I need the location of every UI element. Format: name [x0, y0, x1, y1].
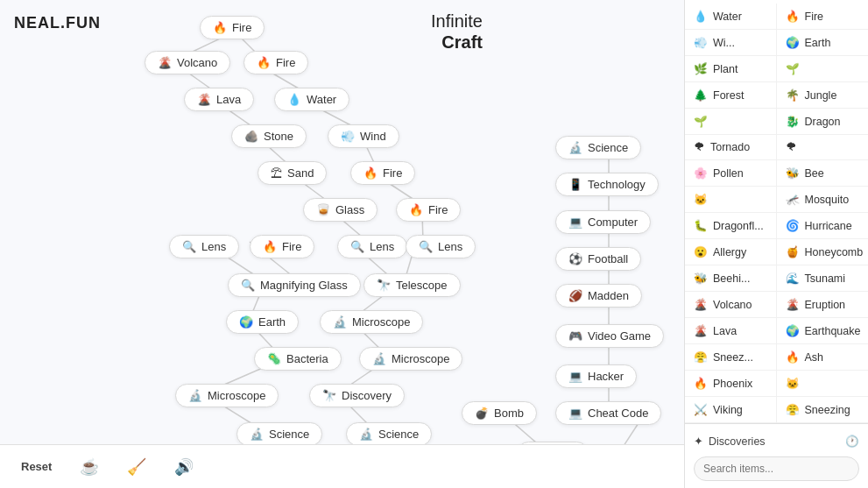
- sidebar-item[interactable]: 🔥Ash: [777, 344, 869, 371]
- craft-node-technology2[interactable]: 📱Technology: [555, 173, 659, 196]
- sidebar-item[interactable]: 🌸Pollen: [685, 160, 777, 187]
- craft-node-stone[interactable]: 🪨Stone: [231, 124, 307, 148]
- sidebar-item[interactable]: 🐝Bee: [777, 160, 869, 187]
- craft-node-fire3[interactable]: 🔥Fire: [350, 161, 415, 185]
- sidebar-emoji: 🌴: [786, 88, 800, 102]
- sidebar-emoji: 🌸: [694, 166, 708, 180]
- craft-area[interactable]: NEAL.FUN Infinite Craft: [0, 0, 684, 488]
- craft-node-sand[interactable]: ⛱Sand: [258, 161, 327, 185]
- node-emoji: 🎮: [568, 329, 582, 343]
- sidebar-item[interactable]: 😮Allergy: [685, 239, 777, 265]
- sidebar-items-list[interactable]: 💧Water🔥Fire💨Wi...🌍Earth🌿Plant🌱🌲Forest🌴Ju…: [685, 0, 868, 423]
- node-emoji: 🌋: [158, 56, 172, 69]
- sidebar-item[interactable]: 💧Water: [685, 4, 777, 30]
- sidebar-item[interactable]: 😤Sneezing: [777, 397, 869, 423]
- node-emoji: 🔍: [419, 240, 433, 253]
- craft-node-cheat_code[interactable]: 💻Cheat Code: [555, 401, 661, 425]
- craft-node-science2[interactable]: 🔬Science: [346, 422, 432, 446]
- sidebar-emoji: 💧: [694, 10, 708, 23]
- craft-node-wind[interactable]: 💨Wind: [328, 124, 399, 148]
- sidebar-item[interactable]: 🍯Honeycomb: [777, 239, 869, 265]
- sound-button[interactable]: 🔊: [167, 454, 201, 480]
- node-emoji: 💨: [341, 130, 355, 143]
- sidebar-item[interactable]: 🌀Hurricane: [777, 213, 869, 239]
- sidebar-item[interactable]: 🌲Forest: [685, 82, 777, 109]
- craft-node-magnifying_glass[interactable]: 🔍Magnifying Glass: [228, 273, 361, 297]
- node-label: Video Game: [588, 329, 651, 343]
- sidebar-item[interactable]: 🌪Tornado: [685, 135, 777, 160]
- craft-node-microscope3[interactable]: 🔬Microscope: [175, 384, 279, 407]
- sidebar-label: Dragonfl...: [713, 220, 764, 232]
- craft-node-telescope[interactable]: 🔭Telescope: [363, 273, 461, 297]
- craft-node-video_game[interactable]: 🎮Video Game: [555, 324, 664, 348]
- craft-node-science3[interactable]: 🔬Science: [555, 136, 641, 159]
- craft-node-science1[interactable]: 🔬Science: [236, 422, 322, 446]
- sidebar-label: Tornado: [710, 141, 750, 153]
- node-emoji: 🔥: [409, 203, 423, 216]
- craft-node-microscope2[interactable]: 🔬Microscope: [359, 347, 462, 371]
- sidebar-label: Jungle: [805, 89, 837, 102]
- sidebar-emoji: 🌊: [786, 272, 800, 285]
- sidebar-item[interactable]: 🌴Jungle: [777, 82, 869, 109]
- sidebar-item[interactable]: 🐝Beehi...: [685, 265, 777, 292]
- sidebar-item[interactable]: 🌍Earth: [777, 30, 869, 56]
- sidebar-item[interactable]: 💨Wi...: [685, 30, 777, 56]
- craft-node-lens2[interactable]: 🔍Lens: [337, 235, 407, 258]
- node-label: Volcano: [177, 56, 217, 69]
- coffee-button[interactable]: ☕: [73, 454, 106, 480]
- craft-node-bacteria[interactable]: 🦠Bacteria: [254, 347, 342, 371]
- craft-node-lens3[interactable]: 🔍Lens: [406, 235, 476, 258]
- sidebar-emoji: 🌿: [694, 62, 708, 75]
- craft-node-lava[interactable]: 🌋Lava: [184, 88, 254, 111]
- sidebar-item[interactable]: 🌊Tsunami: [777, 265, 869, 292]
- craft-node-fire4[interactable]: 🔥Fire: [396, 198, 461, 222]
- sidebar-item[interactable]: 🌍Earthquake: [777, 318, 869, 344]
- sidebar-item[interactable]: 🐱: [777, 371, 869, 397]
- craft-node-fire1[interactable]: 🔥Fire: [200, 16, 265, 39]
- sidebar-item[interactable]: 🔥Phoenix: [685, 371, 777, 397]
- craft-node-volcano[interactable]: 🌋Volcano: [145, 51, 230, 74]
- craft-node-bomb[interactable]: 💣Bomb: [462, 401, 537, 425]
- sidebar-item[interactable]: 😤Sneez...: [685, 344, 777, 371]
- craft-node-glass[interactable]: 🥃Glass: [303, 198, 378, 222]
- sidebar-label: Ash: [805, 351, 824, 364]
- history-icon[interactable]: 🕐: [845, 435, 859, 448]
- sidebar-item[interactable]: 🐛Dragonfl...: [685, 213, 777, 239]
- craft-node-fire5[interactable]: 🔥Fire: [250, 235, 314, 258]
- broom-button[interactable]: 🧹: [120, 454, 153, 480]
- reset-button[interactable]: Reset: [14, 456, 59, 477]
- sidebar-item[interactable]: 🐱: [685, 187, 777, 213]
- sidebar-item[interactable]: 🌋Lava: [685, 318, 777, 344]
- sidebar-item[interactable]: 🌱: [777, 56, 869, 82]
- search-input[interactable]: [694, 456, 859, 481]
- craft-node-madden[interactable]: 🏈Madden: [555, 284, 642, 308]
- sidebar-label: Viking: [713, 404, 743, 416]
- craft-node-earth[interactable]: 🌍Earth: [226, 310, 299, 334]
- node-label: Telescope: [396, 279, 448, 292]
- discoveries-button[interactable]: ✦ Discoveries 🕐: [694, 431, 859, 451]
- sidebar-item[interactable]: ⚔️Viking: [685, 397, 777, 423]
- sidebar-item[interactable]: 🦟Mosquito: [777, 187, 869, 213]
- node-emoji: ⚽: [568, 252, 582, 265]
- sidebar-item[interactable]: 🌱: [685, 109, 777, 135]
- node-label: Fire: [232, 21, 251, 34]
- craft-node-discovery[interactable]: 🔭Discovery: [309, 384, 405, 407]
- sidebar-emoji: 🌪: [694, 141, 705, 153]
- sidebar-item[interactable]: 🌋Eruption: [777, 292, 869, 318]
- craft-node-hacker[interactable]: 💻Hacker: [555, 364, 637, 388]
- craft-node-lens1[interactable]: 🔍Lens: [169, 235, 239, 258]
- sidebar-emoji: 🌍: [786, 36, 800, 49]
- sidebar-emoji: 🌲: [694, 88, 708, 102]
- sidebar-item[interactable]: 🌿Plant: [685, 56, 777, 82]
- craft-node-water[interactable]: 💧Water: [274, 88, 349, 111]
- craft-node-football[interactable]: ⚽Football: [555, 247, 641, 271]
- logo: NEAL.FUN: [14, 14, 101, 32]
- sidebar-item[interactable]: 🌋Volcano: [685, 292, 777, 318]
- sidebar-item[interactable]: 🌪: [777, 135, 869, 160]
- craft-node-microscope1[interactable]: 🔬Microscope: [320, 310, 423, 334]
- craft-node-computer[interactable]: 💻Computer: [555, 210, 651, 234]
- sidebar-item[interactable]: 🔥Fire: [777, 4, 869, 30]
- craft-node-fire2[interactable]: 🔥Fire: [243, 51, 308, 74]
- sidebar-item[interactable]: 🐉Dragon: [777, 109, 869, 135]
- node-label: Madden: [588, 289, 629, 302]
